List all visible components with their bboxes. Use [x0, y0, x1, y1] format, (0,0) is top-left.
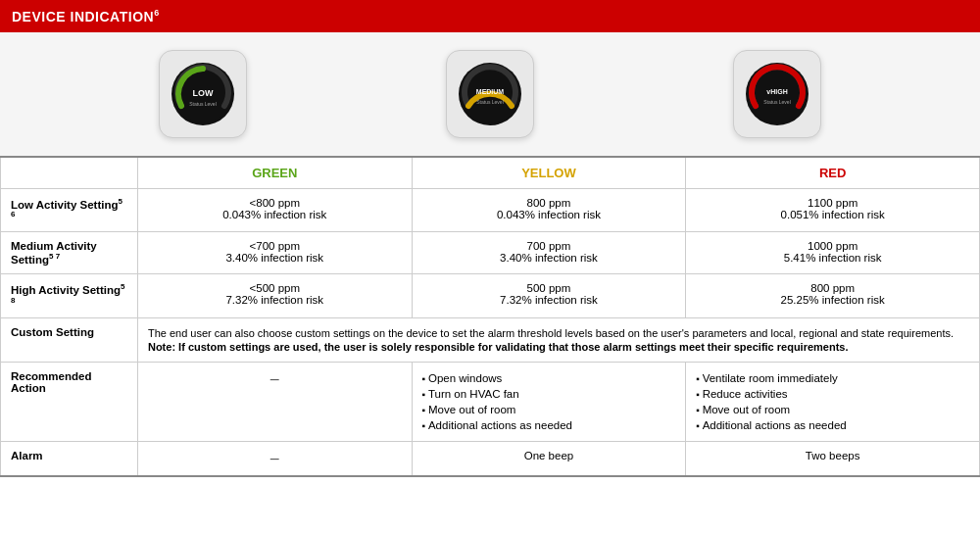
alarm-row: Alarm – One beep Two beeps [1, 441, 980, 476]
medium-green-cell: <700 ppm3.40% infection risk [137, 232, 412, 274]
custom-setting-text: The end user can also choose custom sett… [137, 317, 979, 362]
column-header-row: GREEN YELLOW RED [1, 157, 980, 189]
svg-text:MEDIUM: MEDIUM [476, 88, 505, 95]
red-bullet-2: Reduce activities [696, 386, 969, 402]
header-sup: 6 [154, 8, 160, 18]
recommended-action-row: Recommended Action – Open windows Turn o… [1, 362, 980, 441]
custom-setting-row: Custom Setting The end user can also cho… [1, 317, 980, 362]
yellow-device-container: MEDIUM Status Level [446, 50, 534, 138]
alarm-green: – [137, 441, 412, 476]
high-yellow-cell: 500 ppm7.32% infection risk [412, 274, 686, 318]
yellow-bullet-2: Turn on HVAC fan [422, 386, 676, 402]
high-activity-row: High Activity Setting5 8 <500 ppm7.32% i… [1, 274, 980, 318]
custom-setting-label: Custom Setting [1, 317, 138, 362]
red-device-inner: vHIGH Status Level [746, 63, 808, 125]
yellow-device-svg: MEDIUM Status Level [459, 63, 521, 125]
alarm-red: Two beeps [686, 441, 980, 476]
red-bullet-3: Move out of room [696, 402, 969, 417]
alarm-label: Alarm [1, 441, 138, 476]
medium-activity-label: Medium Activity Setting5 7 [1, 232, 138, 274]
custom-text-normal: The end user can also choose custom sett… [148, 327, 954, 339]
svg-text:vHIGH: vHIGH [767, 88, 788, 95]
yellow-bullet-1: Open windows [422, 370, 676, 386]
recommended-action-green: – [137, 362, 412, 441]
svg-text:Status Level: Status Level [764, 99, 792, 105]
svg-text:Status Level: Status Level [189, 101, 217, 107]
device-images-row: LOW Status Level MEDIUM Status Level [0, 32, 980, 156]
yellow-device: MEDIUM Status Level [446, 50, 534, 138]
th-green: GREEN [137, 157, 412, 189]
low-activity-label: Low Activity Setting5 6 [1, 188, 138, 232]
medium-activity-row: Medium Activity Setting5 7 <700 ppm3.40%… [1, 232, 980, 274]
red-device-svg: vHIGH Status Level [746, 63, 808, 125]
yellow-bullet-list: Open windows Turn on HVAC fan Move out o… [422, 370, 676, 433]
red-bullet-1: Ventilate room immediately [696, 370, 969, 386]
green-device-inner: LOW Status Level [172, 63, 234, 125]
red-device: vHIGH Status Level [733, 50, 821, 138]
recommended-action-label: Recommended Action [1, 362, 138, 441]
green-device-container: LOW Status Level [159, 50, 247, 138]
red-device-container: vHIGH Status Level [733, 50, 821, 138]
red-bullet-list: Ventilate room immediately Reduce activi… [696, 370, 969, 433]
green-device: LOW Status Level [159, 50, 247, 138]
header-title: DEVICE INDICATION [12, 9, 154, 24]
custom-text-bold: Note: If custom settings are used, the u… [148, 341, 849, 353]
yellow-bullet-3: Move out of room [422, 402, 676, 417]
medium-yellow-cell: 700 ppm3.40% infection risk [412, 232, 686, 274]
svg-text:LOW: LOW [192, 88, 213, 98]
low-yellow-cell: 800 ppm0.043% infection risk [412, 188, 686, 232]
high-red-cell: 800 ppm25.25% infection risk [686, 274, 980, 318]
yellow-bullet-4: Additional actions as needed [422, 417, 676, 433]
yellow-device-inner: MEDIUM Status Level [459, 63, 521, 125]
low-activity-row: Low Activity Setting5 6 <800 ppm0.043% i… [1, 188, 980, 232]
svg-text:Status Level: Status Level [476, 99, 504, 105]
th-empty [1, 157, 138, 189]
header: DEVICE INDICATION6 [0, 0, 980, 32]
medium-red-cell: 1000 ppm5.41% infection risk [686, 232, 980, 274]
recommended-action-red: Ventilate room immediately Reduce activi… [686, 362, 980, 441]
high-green-cell: <500 ppm7.32% infection risk [137, 274, 412, 318]
red-bullet-4: Additional actions as needed [696, 417, 969, 433]
th-yellow: YELLOW [412, 157, 686, 189]
low-red-cell: 1100 ppm0.051% infection risk [686, 188, 980, 232]
high-activity-label: High Activity Setting5 8 [1, 274, 138, 318]
th-red: RED [686, 157, 980, 189]
recommended-action-yellow: Open windows Turn on HVAC fan Move out o… [412, 362, 686, 441]
alarm-yellow: One beep [412, 441, 686, 476]
main-table: GREEN YELLOW RED Low Activity Setting5 6… [0, 156, 980, 477]
green-device-svg: LOW Status Level [172, 63, 234, 125]
low-green-cell: <800 ppm0.043% infection risk [137, 188, 412, 232]
